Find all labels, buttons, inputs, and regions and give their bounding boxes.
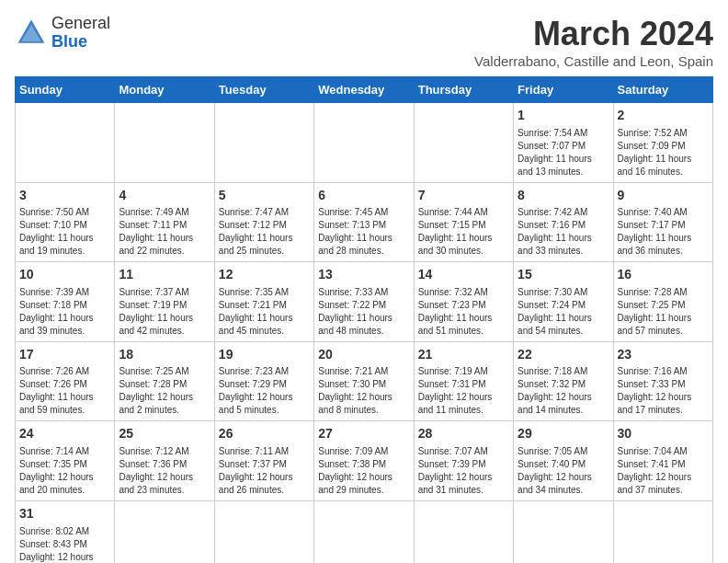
calendar-day-cell: 2Sunrise: 7:52 AM Sunset: 7:09 PM Daylig… (613, 103, 712, 183)
calendar-header-wednesday: Wednesday (314, 77, 414, 103)
day-info: Sunrise: 7:28 AM Sunset: 7:25 PM Dayligh… (618, 286, 709, 338)
day-info: Sunrise: 8:02 AM Sunset: 8:43 PM Dayligh… (19, 525, 110, 563)
day-info: Sunrise: 7:45 AM Sunset: 7:13 PM Dayligh… (318, 206, 409, 258)
day-info: Sunrise: 7:11 AM Sunset: 7:37 PM Dayligh… (219, 445, 310, 497)
calendar-day-cell: 29Sunrise: 7:05 AM Sunset: 7:40 PM Dayli… (514, 421, 613, 501)
calendar-day-cell: 9Sunrise: 7:40 AM Sunset: 7:17 PM Daylig… (613, 182, 712, 262)
day-number: 12 (219, 266, 310, 284)
day-number: 29 (518, 425, 609, 443)
title-area: March 2024 Valderrabano, Castille and Le… (474, 15, 713, 69)
day-info: Sunrise: 7:07 AM Sunset: 7:39 PM Dayligh… (418, 445, 509, 497)
calendar-day-cell: 23Sunrise: 7:16 AM Sunset: 7:33 PM Dayli… (613, 341, 712, 421)
day-number: 25 (119, 425, 210, 443)
calendar-day-cell (214, 500, 313, 563)
generalblue-logo-icon (15, 17, 48, 50)
day-number: 5 (219, 187, 310, 205)
calendar-day-cell: 7Sunrise: 7:44 AM Sunset: 7:15 PM Daylig… (414, 182, 513, 262)
month-title: March 2024 (474, 15, 713, 53)
calendar-day-cell: 22Sunrise: 7:18 AM Sunset: 7:32 PM Dayli… (514, 341, 613, 421)
day-number: 3 (19, 187, 110, 205)
calendar-day-cell: 21Sunrise: 7:19 AM Sunset: 7:31 PM Dayli… (414, 341, 513, 421)
day-number: 19 (219, 346, 310, 364)
day-number: 24 (19, 425, 110, 443)
day-info: Sunrise: 7:25 AM Sunset: 7:28 PM Dayligh… (119, 365, 210, 417)
day-info: Sunrise: 7:18 AM Sunset: 7:32 PM Dayligh… (518, 365, 609, 417)
day-number: 16 (618, 266, 709, 284)
day-number: 15 (518, 266, 609, 284)
day-info: Sunrise: 7:16 AM Sunset: 7:33 PM Dayligh… (618, 365, 709, 417)
calendar-day-cell: 3Sunrise: 7:50 AM Sunset: 7:10 PM Daylig… (16, 182, 115, 262)
calendar-header-saturday: Saturday (613, 77, 712, 103)
day-info: Sunrise: 7:52 AM Sunset: 7:09 PM Dayligh… (618, 127, 709, 178)
calendar-header-friday: Friday (514, 77, 613, 103)
day-number: 10 (19, 266, 110, 284)
day-info: Sunrise: 7:05 AM Sunset: 7:40 PM Dayligh… (518, 445, 609, 497)
calendar-header-monday: Monday (115, 77, 214, 103)
calendar-day-cell: 27Sunrise: 7:09 AM Sunset: 7:38 PM Dayli… (314, 421, 414, 501)
day-number: 2 (618, 107, 709, 125)
day-number: 18 (119, 346, 210, 364)
calendar-day-cell: 26Sunrise: 7:11 AM Sunset: 7:37 PM Dayli… (214, 421, 313, 501)
day-info: Sunrise: 7:39 AM Sunset: 7:18 PM Dayligh… (19, 286, 110, 338)
calendar-day-cell (314, 500, 414, 563)
day-info: Sunrise: 7:35 AM Sunset: 7:21 PM Dayligh… (219, 286, 310, 338)
day-number: 31 (19, 505, 110, 523)
day-number: 9 (618, 187, 709, 205)
day-info: Sunrise: 7:47 AM Sunset: 7:12 PM Dayligh… (219, 206, 310, 258)
day-number: 20 (318, 346, 409, 364)
logo-text: General Blue (51, 15, 110, 52)
day-number: 30 (618, 425, 709, 443)
calendar-day-cell: 15Sunrise: 7:30 AM Sunset: 7:24 PM Dayli… (514, 262, 613, 342)
calendar-day-cell (115, 103, 214, 183)
day-info: Sunrise: 7:42 AM Sunset: 7:16 PM Dayligh… (518, 206, 609, 258)
calendar-header-tuesday: Tuesday (214, 77, 313, 103)
day-info: Sunrise: 7:14 AM Sunset: 7:35 PM Dayligh… (19, 445, 110, 497)
day-info: Sunrise: 7:54 AM Sunset: 7:07 PM Dayligh… (518, 127, 609, 178)
day-number: 26 (219, 425, 310, 443)
calendar-day-cell: 6Sunrise: 7:45 AM Sunset: 7:13 PM Daylig… (314, 182, 414, 262)
calendar-table: SundayMondayTuesdayWednesdayThursdayFrid… (15, 76, 713, 563)
calendar-day-cell: 17Sunrise: 7:26 AM Sunset: 7:26 PM Dayli… (16, 341, 115, 421)
day-number: 1 (518, 107, 609, 125)
day-number: 13 (318, 266, 409, 284)
day-number: 14 (418, 266, 509, 284)
calendar-week-row: 17Sunrise: 7:26 AM Sunset: 7:26 PM Dayli… (16, 341, 713, 421)
day-info: Sunrise: 7:37 AM Sunset: 7:19 PM Dayligh… (119, 286, 210, 338)
calendar-week-row: 1Sunrise: 7:54 AM Sunset: 7:07 PM Daylig… (16, 103, 713, 183)
calendar-day-cell (314, 103, 414, 183)
calendar-day-cell (115, 500, 214, 563)
calendar-day-cell: 25Sunrise: 7:12 AM Sunset: 7:36 PM Dayli… (115, 421, 214, 501)
calendar-header-sunday: Sunday (16, 77, 115, 103)
day-info: Sunrise: 7:21 AM Sunset: 7:30 PM Dayligh… (318, 365, 409, 417)
day-number: 11 (119, 266, 210, 284)
day-info: Sunrise: 7:09 AM Sunset: 7:38 PM Dayligh… (318, 445, 409, 497)
calendar-day-cell: 24Sunrise: 7:14 AM Sunset: 7:35 PM Dayli… (16, 421, 115, 501)
day-info: Sunrise: 7:32 AM Sunset: 7:23 PM Dayligh… (418, 286, 509, 338)
day-info: Sunrise: 7:49 AM Sunset: 7:11 PM Dayligh… (119, 206, 210, 258)
day-number: 7 (418, 187, 509, 205)
day-number: 4 (119, 187, 210, 205)
calendar-day-cell: 12Sunrise: 7:35 AM Sunset: 7:21 PM Dayli… (214, 262, 313, 342)
day-info: Sunrise: 7:44 AM Sunset: 7:15 PM Dayligh… (418, 206, 509, 258)
calendar-day-cell: 13Sunrise: 7:33 AM Sunset: 7:22 PM Dayli… (314, 262, 414, 342)
day-info: Sunrise: 7:04 AM Sunset: 7:41 PM Dayligh… (618, 445, 709, 497)
calendar-day-cell: 18Sunrise: 7:25 AM Sunset: 7:28 PM Dayli… (115, 341, 214, 421)
calendar-day-cell: 20Sunrise: 7:21 AM Sunset: 7:30 PM Dayli… (314, 341, 414, 421)
calendar-header-thursday: Thursday (414, 77, 513, 103)
logo: General Blue (15, 15, 110, 52)
day-info: Sunrise: 7:30 AM Sunset: 7:24 PM Dayligh… (518, 286, 609, 338)
calendar-day-cell (514, 500, 613, 563)
day-number: 27 (318, 425, 409, 443)
calendar-day-cell (16, 103, 115, 183)
day-info: Sunrise: 7:12 AM Sunset: 7:36 PM Dayligh… (119, 445, 210, 497)
calendar-day-cell (214, 103, 313, 183)
day-info: Sunrise: 7:33 AM Sunset: 7:22 PM Dayligh… (318, 286, 409, 338)
calendar-day-cell: 4Sunrise: 7:49 AM Sunset: 7:11 PM Daylig… (115, 182, 214, 262)
day-info: Sunrise: 7:19 AM Sunset: 7:31 PM Dayligh… (418, 365, 509, 417)
day-info: Sunrise: 7:50 AM Sunset: 7:10 PM Dayligh… (19, 206, 110, 258)
calendar-day-cell: 30Sunrise: 7:04 AM Sunset: 7:41 PM Dayli… (613, 421, 712, 501)
calendar-header-row: SundayMondayTuesdayWednesdayThursdayFrid… (16, 77, 713, 103)
location-title: Valderrabano, Castille and Leon, Spain (474, 53, 713, 69)
day-number: 23 (618, 346, 709, 364)
calendar-day-cell: 5Sunrise: 7:47 AM Sunset: 7:12 PM Daylig… (214, 182, 313, 262)
